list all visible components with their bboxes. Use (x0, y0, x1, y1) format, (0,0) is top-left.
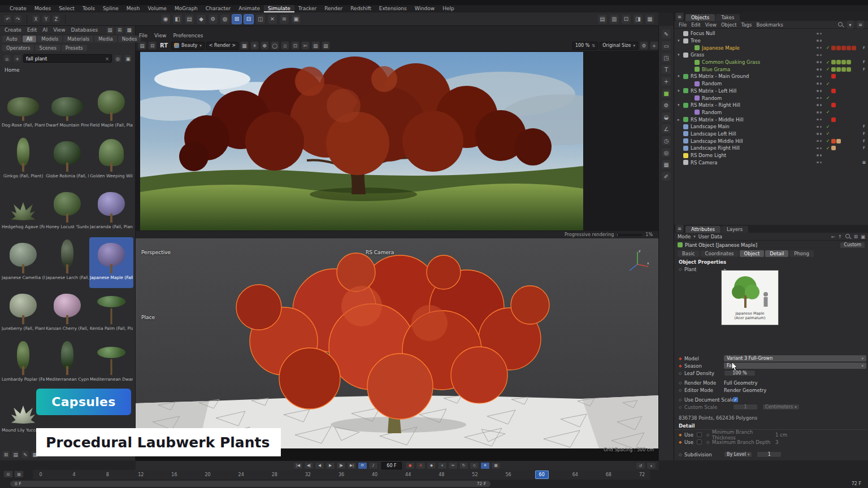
menu-item[interactable]: Window (411, 5, 439, 12)
asset-menu-item[interactable]: View (50, 27, 68, 33)
frame-tick[interactable]: 24 (235, 470, 248, 479)
asset-item[interactable]: Kanzan Cherry (Fall, Pl... (45, 288, 89, 339)
material-chips[interactable] (831, 103, 860, 107)
visibility-dots[interactable] (817, 126, 824, 128)
object-tree-row[interactable]: Landscape Left Hill F (674, 130, 868, 138)
section-tab[interactable]: Phong (789, 250, 814, 257)
expander-icon[interactable]: ▸ (678, 117, 683, 122)
material-chips[interactable] (831, 146, 860, 150)
menu-item[interactable]: Help (439, 5, 458, 12)
frame-tick[interactable]: 28 (268, 470, 281, 479)
expander-icon[interactable]: ▾ (678, 74, 683, 79)
viewport-name-label[interactable]: Perspective (141, 250, 171, 255)
render-toolbar-icon[interactable]: ✄ (301, 41, 310, 50)
axis-lock-button[interactable]: Z (52, 15, 60, 23)
gear-icon[interactable]: ⚙ (640, 41, 648, 50)
menu-item[interactable]: Tracker (294, 5, 320, 12)
asset-item[interactable]: Field Maple (Fall, Plant) (89, 85, 133, 136)
search-icon[interactable] (837, 21, 844, 28)
enabled-check-icon[interactable] (824, 138, 831, 143)
toolbar-icon[interactable]: ✕ (267, 14, 277, 24)
rendered-image[interactable] (140, 52, 583, 230)
asset-filter-tab[interactable]: Materials (63, 36, 93, 42)
material-chips[interactable] (831, 89, 860, 93)
visibility-dots[interactable] (817, 119, 824, 121)
pass-dropdown[interactable]: Beauty ▾ (171, 42, 205, 50)
toolbar-icon[interactable]: ◉ (160, 14, 171, 24)
asset-item[interactable]: Japanese Larch (Fall, Pl... (45, 237, 89, 288)
record-button[interactable]: + (437, 462, 447, 469)
section-tab[interactable]: Coordinates (701, 250, 739, 257)
tool-icon[interactable]: ■ (661, 88, 671, 98)
render-toolbar-icon[interactable]: ▤ (138, 41, 146, 50)
zoom-field[interactable]: 100 %⇅ (572, 42, 598, 50)
axis-lock-button[interactable]: Y (42, 15, 50, 23)
render-menu-item[interactable]: File (139, 33, 147, 38)
transport-button[interactable]: ⟳ (358, 462, 367, 469)
search-icon[interactable] (845, 233, 851, 239)
custom-scale-unit-dropdown[interactable]: Centimeters▾ (762, 404, 800, 410)
visibility-dots[interactable] (817, 76, 824, 78)
expander-icon[interactable]: ▾ (678, 89, 683, 93)
object-menu-item[interactable]: Object (719, 22, 739, 28)
axis-gizmo-icon[interactable]: x y (624, 247, 650, 273)
tool-icon[interactable]: ◒ (661, 112, 671, 122)
toolbar-icon[interactable]: ⊞ (232, 14, 242, 24)
visibility-dots[interactable] (817, 104, 824, 106)
visibility-dots[interactable] (817, 133, 824, 135)
asset-subtab[interactable]: Presets (62, 45, 87, 51)
object-menu-item[interactable]: File (676, 22, 689, 28)
frame-tick[interactable]: 32 (301, 470, 315, 479)
frame-tick[interactable]: 60 (535, 470, 549, 479)
model-dropdown[interactable]: Variant 3 Full-Grown▾ (724, 355, 866, 361)
render-toolbar-icon[interactable]: ✳ (250, 41, 259, 50)
visibility-dots[interactable] (817, 40, 824, 42)
animated-param-icon[interactable]: ◆ (679, 364, 684, 368)
layout-icon[interactable]: ▤ (106, 26, 114, 34)
asset-menu-item[interactable]: Edit (24, 27, 40, 33)
tool-icon[interactable]: ◷ (661, 136, 671, 146)
tool-icon[interactable]: + (661, 76, 671, 86)
layout-icon[interactable]: ⊡ (621, 14, 631, 24)
object-tag[interactable]: F (860, 139, 868, 143)
object-menu-item[interactable]: Edit (689, 22, 702, 28)
frame-tick[interactable]: 48 (435, 470, 448, 479)
toolbar-icon[interactable]: ▣ (291, 14, 301, 24)
render-toolbar-icon[interactable]: ❆ (261, 41, 269, 50)
render-toolbar-icon[interactable]: ▫ (281, 41, 289, 50)
expander-icon[interactable]: ▾ (678, 53, 683, 57)
object-tag[interactable]: F (860, 146, 868, 150)
panel-tab[interactable]: Layers (721, 226, 748, 233)
subdivision-mode-dropdown[interactable]: By Level▾ (724, 451, 752, 457)
record-button[interactable]: ● (405, 462, 415, 469)
frame-tick[interactable]: 4 (67, 470, 81, 479)
object-tree-row[interactable]: ▾ Tree (674, 37, 868, 45)
mode-dropdown[interactable]: Mode (678, 234, 691, 239)
render-menu-item[interactable]: View (154, 33, 166, 38)
section-tab[interactable]: Basic (678, 250, 700, 257)
frame-tick[interactable]: 20 (201, 470, 215, 479)
editor-mode-dropdown[interactable]: Render Geometry (724, 387, 766, 393)
asset-subtab[interactable]: Scenes (35, 45, 60, 51)
menu-item[interactable]: Create (6, 5, 31, 12)
asset-filter-tab[interactable]: Media (94, 36, 117, 42)
camera-label[interactable]: RS Camera (366, 250, 394, 255)
menu-item[interactable]: Simulate (264, 5, 294, 12)
toolbar-icon[interactable]: ◧ (172, 14, 183, 24)
asset-item[interactable]: Dog-Rose (Fall, Plant) (1, 85, 45, 136)
tool-icon[interactable]: ∠ (661, 124, 671, 134)
record-button[interactable]: A (416, 462, 426, 469)
material-chips[interactable] (831, 117, 860, 122)
asset-subtab[interactable]: Operators (2, 45, 34, 51)
object-tree-row[interactable]: ▾ RS Matrix - Left Hill (674, 88, 868, 95)
frame-ruler[interactable]: 04812162024283236404448525660646872 (33, 470, 650, 480)
tool-icon[interactable]: ◳ (661, 53, 671, 63)
asset-item[interactable]: Lombardy Poplar (Fall... (1, 339, 45, 390)
timeline-icon[interactable]: ⊡ (3, 470, 13, 478)
record-button[interactable]: ↔ (448, 462, 458, 469)
record-button[interactable]: ↻ (459, 462, 468, 469)
subdivision-field[interactable]: 1 (757, 451, 782, 457)
season-dropdown[interactable]: Fall▾ (724, 363, 866, 369)
object-tag[interactable]: F (860, 46, 868, 50)
object-tree-row[interactable]: Landscape Middle Hill F (674, 137, 868, 145)
